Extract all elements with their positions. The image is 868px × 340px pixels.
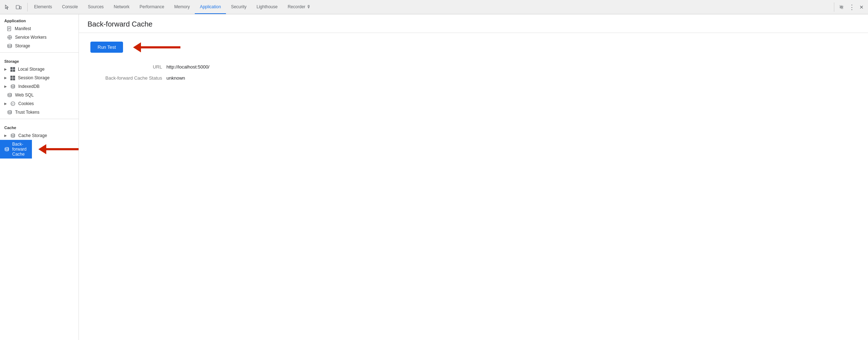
tab-memory[interactable]: Memory	[169, 0, 195, 14]
svg-point-17	[13, 103, 14, 103]
cookies-chevron: ▶	[4, 102, 7, 105]
back-forward-cache-icon	[4, 147, 9, 152]
tab-console[interactable]: Console	[57, 0, 83, 14]
svg-point-14	[8, 93, 11, 95]
sidebar-section-storage: Storage	[0, 55, 79, 65]
local-storage-chevron: ▶	[4, 67, 7, 71]
settings-button[interactable]	[837, 3, 846, 11]
sidebar-divider-1	[0, 52, 79, 53]
toolbar-right-actions: ⋮ ✕	[834, 3, 865, 12]
devtools-toolbar: Elements Console Sources Network Perform…	[0, 0, 868, 14]
url-value: http://localhost:5000/	[166, 64, 209, 70]
url-row: URL http://localhost:5000/	[90, 64, 857, 70]
tab-lighthouse[interactable]: Lighthouse	[251, 0, 283, 14]
storage-top-icon	[7, 43, 12, 48]
cache-status-row: Back-forward Cache Status unknown	[90, 75, 857, 81]
close-icon: ✕	[859, 4, 864, 10]
sidebar-divider-2	[0, 119, 79, 119]
svg-point-22	[11, 134, 15, 135]
settings-icon	[839, 4, 844, 10]
sidebar-section-application: Application	[0, 14, 79, 24]
sidebar-arrow-body	[46, 148, 79, 150]
device-toggle-button[interactable]	[14, 3, 23, 11]
sidebar-item-indexeddb[interactable]: ▶ IndexedDB	[0, 82, 79, 91]
device-icon	[16, 4, 22, 10]
cache-status-value: unknown	[166, 75, 185, 81]
cookies-icon	[10, 101, 15, 106]
sidebar-item-web-sql[interactable]: Web SQL	[0, 91, 79, 99]
run-test-red-arrow	[133, 42, 180, 52]
indexeddb-icon	[10, 84, 15, 89]
session-storage-icon	[10, 76, 15, 80]
cache-storage-label: Cache Storage	[18, 133, 76, 138]
storage-top-label: Storage	[15, 43, 76, 48]
cache-storage-chevron: ▶	[4, 134, 7, 137]
svg-point-7	[9, 37, 10, 38]
svg-point-16	[12, 103, 13, 104]
more-options-button[interactable]: ⋮	[847, 3, 857, 12]
tab-elements[interactable]: Elements	[29, 0, 57, 14]
sidebar-item-local-storage[interactable]: ▶ Local Storage	[0, 65, 79, 74]
tab-sources[interactable]: Sources	[83, 0, 109, 14]
toolbar-icon-group	[3, 3, 28, 11]
indexeddb-label: IndexedDB	[18, 84, 76, 89]
page-title: Back-forward Cache	[88, 20, 859, 28]
back-forward-cache-label: Back-forward Cache	[12, 142, 29, 157]
service-workers-label: Service Workers	[15, 35, 76, 40]
cookies-label: Cookies	[18, 101, 76, 106]
session-storage-chevron: ▶	[4, 76, 7, 80]
sidebar-item-storage-top[interactable]: Storage	[0, 42, 79, 50]
url-label: URL	[90, 64, 162, 70]
svg-point-23	[5, 147, 9, 149]
content-body: Run Test URL http://localhost:5000/ Back…	[79, 33, 868, 95]
close-button[interactable]: ✕	[858, 3, 865, 11]
svg-point-12	[8, 44, 12, 46]
tab-network[interactable]: Network	[109, 0, 135, 14]
trust-tokens-icon	[7, 110, 12, 115]
tab-performance[interactable]: Performance	[135, 0, 169, 14]
tab-bar: Elements Console Sources Network Perform…	[29, 0, 834, 14]
run-test-arrow-body	[141, 46, 180, 48]
sidebar-arrow-head	[38, 144, 46, 154]
sidebar-item-cache-storage[interactable]: ▶ Cache Storage	[0, 131, 79, 140]
svg-point-20	[14, 104, 14, 104]
svg-rect-0	[16, 5, 19, 9]
cursor-icon-button[interactable]	[3, 3, 11, 11]
back-forward-cache-row: Back-forward Cache	[0, 140, 79, 159]
sidebar-item-session-storage[interactable]: ▶ Session Storage	[0, 74, 79, 82]
service-workers-icon	[7, 35, 12, 40]
local-storage-icon	[10, 67, 15, 72]
sidebar-item-manifest[interactable]: Manifest	[0, 24, 79, 33]
more-icon: ⋮	[849, 4, 855, 10]
svg-point-19	[12, 104, 12, 104]
session-storage-label: Session Storage	[18, 75, 76, 80]
svg-point-15	[11, 102, 15, 106]
manifest-icon	[7, 26, 12, 31]
sidebar: Application Manifest	[0, 14, 79, 340]
main-layout: Application Manifest	[0, 14, 868, 340]
run-test-arrow-head	[133, 42, 141, 52]
cursor-icon	[4, 4, 10, 10]
web-sql-icon	[7, 93, 12, 98]
tab-application[interactable]: Application	[195, 0, 226, 14]
cache-storage-icon	[10, 133, 15, 138]
svg-point-18	[13, 104, 13, 105]
run-test-button[interactable]: Run Test	[90, 42, 123, 53]
tab-security[interactable]: Security	[226, 0, 251, 14]
web-sql-label: Web SQL	[15, 93, 76, 98]
run-test-row: Run Test	[90, 42, 857, 53]
indexeddb-chevron: ▶	[4, 85, 7, 88]
sidebar-item-cookies[interactable]: ▶ Cookies	[0, 99, 79, 108]
page-title-bar: Back-forward Cache	[79, 14, 868, 33]
sidebar-item-trust-tokens[interactable]: Trust Tokens	[0, 108, 79, 117]
cache-status-label: Back-forward Cache Status	[90, 75, 162, 81]
sidebar-item-service-workers[interactable]: Service Workers	[0, 33, 79, 42]
svg-point-21	[8, 110, 11, 112]
local-storage-label: Local Storage	[18, 67, 76, 72]
tab-recorder[interactable]: Recorder 🎙	[283, 0, 316, 14]
sidebar-section-cache: Cache	[0, 121, 79, 131]
sidebar-red-arrow	[38, 144, 79, 154]
svg-rect-1	[20, 6, 21, 9]
trust-tokens-label: Trust Tokens	[15, 110, 76, 115]
sidebar-item-back-forward-cache[interactable]: Back-forward Cache	[0, 140, 32, 159]
